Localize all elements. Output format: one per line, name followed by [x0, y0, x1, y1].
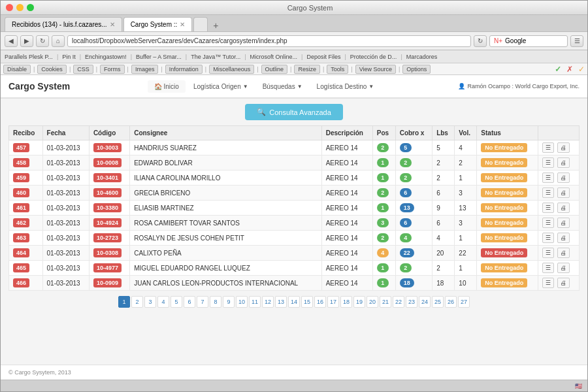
home-button[interactable]: ⌂ [52, 35, 65, 47]
dt-forms[interactable]: Forms [100, 65, 125, 74]
dt-resize[interactable]: Resize [294, 65, 320, 74]
print-action-button[interactable]: 🖨 [557, 188, 570, 198]
list-action-button[interactable]: ☰ [542, 248, 554, 258]
nav-busquedas[interactable]: Búsquedas ▼ [256, 80, 309, 93]
bookmark-java[interactable]: The Java™ Tutor... [191, 54, 240, 60]
bookmark-pinit[interactable]: Pin It [62, 54, 76, 60]
page-button[interactable]: 10 [236, 296, 248, 308]
list-action-button[interactable]: ☰ [542, 278, 554, 288]
minimize-button[interactable] [16, 4, 24, 11]
page-button[interactable]: 26 [445, 296, 457, 308]
dt-information[interactable]: Information [165, 65, 203, 74]
print-action-button[interactable]: 🖨 [557, 203, 570, 213]
page-button[interactable]: 12 [262, 296, 274, 308]
bookmark-parallels[interactable]: Parallels Plesk P... [5, 54, 53, 60]
list-action-button[interactable]: ☰ [542, 157, 554, 168]
settings-button[interactable]: ☰ [570, 35, 583, 47]
print-action-button[interactable]: 🖨 [557, 263, 570, 273]
list-action-button[interactable]: ☰ [542, 218, 554, 228]
page-button[interactable]: 9 [223, 296, 235, 308]
tab-cargo[interactable]: Cargo System :: ✕ [123, 17, 193, 31]
recibo-badge[interactable]: 460 [13, 188, 29, 197]
page-button[interactable]: 3 [144, 296, 156, 308]
page-button[interactable]: 15 [301, 296, 313, 308]
nav-logistica-origen[interactable]: Logística Origen ▼ [187, 80, 255, 93]
back-button[interactable]: ◀ [5, 35, 18, 47]
page-button[interactable]: 4 [157, 296, 169, 308]
page-button[interactable]: 7 [197, 296, 208, 308]
page-button[interactable]: 8 [210, 296, 221, 308]
print-action-button[interactable]: 🖨 [557, 248, 570, 258]
print-action-button[interactable]: 🖨 [557, 157, 570, 168]
page-button[interactable]: 2 [131, 296, 143, 308]
page-button[interactable]: 5 [171, 296, 182, 308]
dt-cookies[interactable]: Cookies [37, 65, 67, 74]
print-action-button[interactable]: 🖨 [557, 233, 570, 243]
dt-disable[interactable]: Disable [3, 65, 31, 74]
bookmark-enchingastown[interactable]: Enchingastown! [85, 54, 127, 60]
list-action-button[interactable]: ☰ [542, 203, 554, 213]
recibo-badge[interactable]: 463 [13, 233, 29, 242]
maximize-button[interactable] [27, 4, 34, 11]
recibo-badge[interactable]: 459 [13, 173, 29, 182]
tab-close-icon[interactable]: ✕ [110, 21, 115, 28]
dt-tools[interactable]: Tools [327, 65, 348, 74]
bookmark-microsoft[interactable]: Microsoft Online... [250, 54, 298, 60]
page-button[interactable]: 19 [353, 296, 365, 308]
recibo-badge[interactable]: 466 [13, 278, 29, 287]
close-button[interactable] [6, 4, 13, 11]
page-button[interactable]: 13 [275, 296, 287, 308]
print-action-button[interactable]: 🖨 [557, 278, 570, 288]
tab-close-icon[interactable]: ✕ [180, 21, 185, 28]
page-button[interactable]: 11 [249, 296, 261, 308]
refresh-button[interactable]: ↻ [474, 35, 487, 47]
tab-gmail[interactable]: Recibidos (134) - luis.f.cazares... ✕ [5, 17, 122, 31]
recibo-badge[interactable]: 457 [13, 143, 29, 152]
dt-misc[interactable]: Miscellaneous [209, 65, 254, 74]
page-button[interactable]: 21 [380, 296, 391, 308]
dt-images[interactable]: Images [131, 65, 159, 74]
forward-button[interactable]: ▶ [20, 35, 33, 47]
dt-viewsource[interactable]: View Source [355, 65, 396, 74]
list-action-button[interactable]: ☰ [542, 263, 554, 273]
recibo-badge[interactable]: 465 [13, 263, 29, 272]
page-button[interactable]: 17 [327, 296, 339, 308]
page-button[interactable]: 25 [432, 296, 444, 308]
dt-options[interactable]: Options [402, 65, 431, 74]
page-button[interactable]: 22 [393, 296, 404, 308]
list-action-button[interactable]: ☰ [542, 172, 554, 183]
page-button[interactable]: 16 [314, 296, 326, 308]
bookmark-marcadores[interactable]: Marcadores [406, 54, 438, 60]
list-action-button[interactable]: ☰ [542, 233, 554, 243]
recibo-badge[interactable]: 462 [13, 218, 29, 227]
search-input[interactable]: N+ Google [489, 35, 568, 47]
page-button[interactable]: 18 [340, 296, 352, 308]
advanced-search-button[interactable]: 🔍 Consulta Avanzada [245, 104, 343, 120]
new-tab-button[interactable]: + [209, 20, 222, 31]
recibo-badge[interactable]: 458 [13, 158, 29, 167]
reload-button[interactable]: ↻ [36, 35, 49, 47]
dt-outline[interactable]: Outline [261, 65, 288, 74]
recibo-badge[interactable]: 461 [13, 203, 29, 212]
page-button[interactable]: 23 [406, 296, 417, 308]
bookmark-buffer[interactable]: Buffer – A Smar... [136, 54, 182, 60]
list-action-button[interactable]: ☰ [542, 188, 554, 198]
tab-empty[interactable] [193, 17, 208, 31]
print-action-button[interactable]: 🖨 [557, 142, 570, 153]
print-action-button[interactable]: 🖨 [557, 172, 570, 183]
page-button[interactable]: 6 [184, 296, 195, 308]
dt-css[interactable]: CSS [73, 65, 93, 74]
bookmark-proteccion[interactable]: Protección de D... [350, 54, 397, 60]
nav-logistica-destino[interactable]: Logística Destino ▼ [310, 80, 381, 93]
print-action-button[interactable]: 🖨 [557, 218, 570, 228]
page-button[interactable]: 20 [367, 296, 378, 308]
page-button[interactable]: 14 [288, 296, 300, 308]
nav-inicio[interactable]: 🏠 Inicio [148, 80, 186, 93]
url-input[interactable]: localhost/Dropbox/webServerCazares/devCa… [67, 35, 471, 47]
bookmark-deposit[interactable]: Deposit Files [306, 54, 340, 60]
page-button[interactable]: 27 [458, 296, 470, 308]
page-button[interactable]: 1 [118, 296, 130, 308]
list-action-button[interactable]: ☰ [542, 142, 554, 153]
page-button[interactable]: 24 [419, 296, 431, 308]
recibo-badge[interactable]: 464 [13, 248, 29, 257]
